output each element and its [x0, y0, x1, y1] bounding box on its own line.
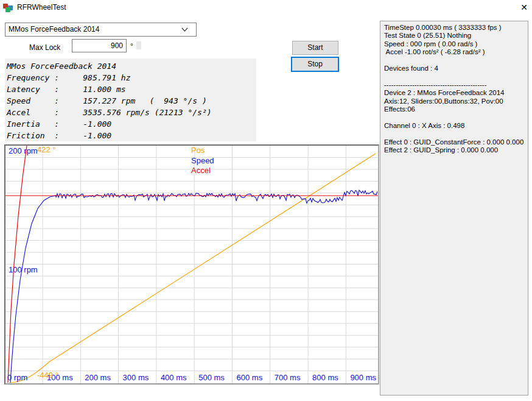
stop-button-label: Stop: [307, 58, 323, 71]
telemetry-chart: 0 rpm100 ms200 ms300 ms400 ms500 ms600 m…: [4, 144, 379, 385]
device-select-value: MMos ForceFeedback 2014: [9, 25, 99, 34]
window-title: RFRWheelTest: [17, 3, 66, 12]
legend-item-accel: Accel: [191, 166, 211, 175]
x-axis-label: 700 ms: [275, 373, 301, 382]
max-lock-input[interactable]: [72, 39, 127, 52]
x-axis-label: 900 ms: [350, 373, 376, 382]
app-icon-cube-green: [5, 7, 10, 12]
x-axis-label: 800 ms: [312, 373, 338, 382]
start-button[interactable]: Start: [292, 41, 338, 55]
legend-item-pos: Pos: [191, 146, 205, 155]
pos-extreme-annotation: 422 °: [37, 146, 56, 154]
x-axis-label: 300 ms: [123, 373, 149, 382]
x-axis-label: 200 ms: [85, 373, 111, 382]
series-speed-line: [10, 190, 377, 383]
y-axis-label: 200 rpm: [9, 146, 38, 155]
chevron-down-icon: [181, 27, 189, 32]
x-axis-label: 500 ms: [198, 373, 225, 382]
y-axis-label: 100 rpm: [9, 265, 38, 274]
close-button[interactable]: ✕: [518, 1, 530, 13]
title-bar[interactable]: RFRWheelTest ✕: [0, 0, 532, 15]
app-icon: [3, 2, 13, 12]
chart-plot-area: 0 rpm100 ms200 ms300 ms400 ms500 ms600 m…: [5, 146, 378, 383]
max-lock-label: Max Lock: [29, 43, 60, 52]
stop-button[interactable]: Stop: [291, 57, 339, 72]
pos-extreme-annotation: -449 °: [37, 371, 58, 380]
series-pos-line: [9, 154, 376, 383]
device-info-textbox[interactable]: MMos ForceFeedback 2014 Frequency : 985.…: [5, 59, 256, 141]
x-axis-label: 600 ms: [237, 373, 263, 382]
device-select-combobox[interactable]: MMos ForceFeedback 2014: [5, 23, 197, 37]
unit-spacer-box: [136, 41, 141, 49]
start-button-label: Start: [307, 41, 323, 54]
status-panel-textbox[interactable]: TimeStep 0.00030 ms ( 3333333 fps ) Test…: [380, 21, 528, 396]
max-lock-unit-label: °: [130, 42, 133, 51]
x-axis-label: 400 ms: [161, 373, 187, 382]
legend-item-speed: Speed: [191, 156, 214, 165]
x-axis-label: 0 rpm: [7, 373, 27, 382]
